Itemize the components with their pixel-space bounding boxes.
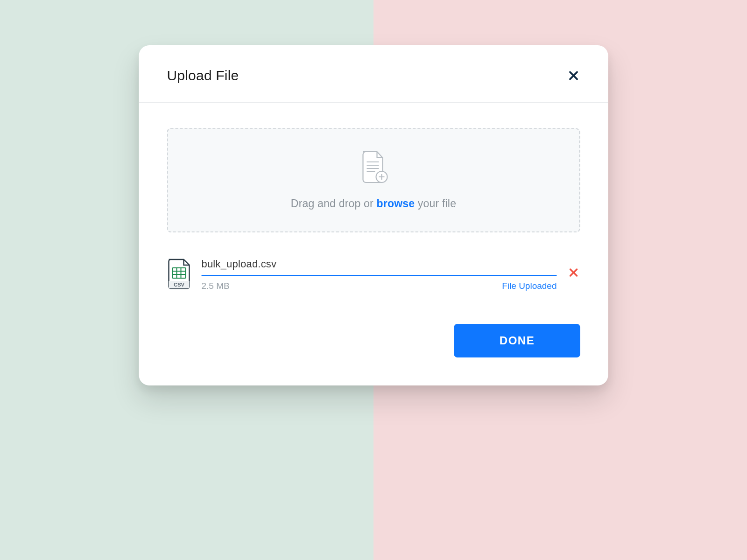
modal-body: Drag and drop or browse your file CSV [139, 103, 608, 385]
file-meta: 2.5 MB File Uploaded [202, 276, 557, 291]
browse-link[interactable]: browse [377, 197, 415, 210]
close-button[interactable] [567, 69, 580, 82]
uploaded-file-row: CSV bulk_upload.csv 2.5 MB File Uploaded [167, 258, 580, 291]
dropzone-text-after: your file [415, 197, 456, 210]
file-add-icon [359, 151, 388, 186]
upload-modal: Upload File [139, 45, 608, 385]
dropzone[interactable]: Drag and drop or browse your file [167, 128, 580, 232]
modal-header: Upload File [139, 45, 608, 103]
file-info: bulk_upload.csv 2.5 MB File Uploaded [202, 258, 557, 291]
modal-title: Upload File [167, 68, 239, 84]
remove-file-button[interactable] [567, 267, 580, 280]
file-status: File Uploaded [502, 281, 557, 291]
remove-icon [568, 267, 579, 280]
file-type-badge: CSV [174, 282, 184, 287]
file-size: 2.5 MB [202, 281, 230, 291]
csv-file-icon: CSV [167, 259, 191, 291]
dropzone-text: Drag and drop or browse your file [291, 197, 456, 210]
file-name: bulk_upload.csv [202, 258, 557, 275]
modal-footer: DONE [167, 324, 580, 357]
done-button[interactable]: DONE [454, 324, 580, 357]
dropzone-text-before: Drag and drop or [291, 197, 377, 210]
close-icon [568, 70, 580, 82]
